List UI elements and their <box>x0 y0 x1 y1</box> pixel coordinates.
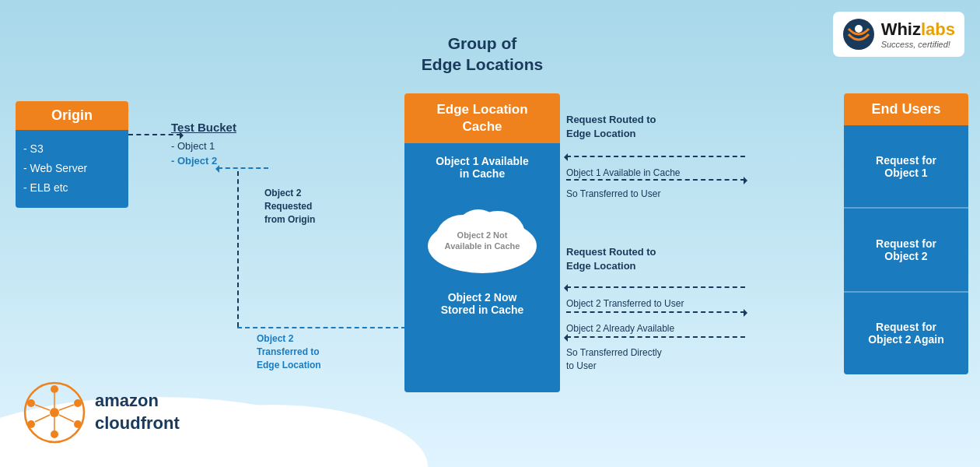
end-user-obj2: Request forObject 2 <box>844 209 968 292</box>
svg-point-18 <box>27 399 35 407</box>
svg-point-5 <box>855 25 863 33</box>
test-bucket-obj1: - Object 1 <box>171 139 296 153</box>
end-user-obj2-again: Request forObject 2 Again <box>844 293 968 374</box>
end-users-box: End Users Request forObject 1 Request fo… <box>844 93 968 374</box>
svg-point-15 <box>74 420 82 428</box>
edge-cache-header: Edge LocationCache <box>404 93 560 143</box>
cloudfront-logo: amazoncloudfront <box>23 381 180 444</box>
obj2-already-label: Object 2 Already Available <box>566 323 674 334</box>
end-users-header: End Users <box>844 93 968 125</box>
origin-item-web: - Web Server <box>23 159 121 178</box>
origin-item-s3: - S3 <box>23 139 121 159</box>
obj1-available-label: Object 1 Available in Cache <box>566 167 745 178</box>
obj2-vertical-line <box>237 171 239 327</box>
request-routed-2-arrow <box>566 286 745 288</box>
cloudfront-text: amazoncloudfront <box>95 390 180 434</box>
request-routed-2-label: Request Routed toEdge Location <box>566 245 695 273</box>
svg-line-25 <box>35 405 50 410</box>
test-bucket-obj2: - Object 2 <box>171 153 296 168</box>
svg-text:Available in Cache: Available in Cache <box>445 241 520 251</box>
edge-cache-body: Object 1 Availablein Cache Object 2 Not … <box>404 143 560 392</box>
test-bucket-area: Test Bucket - Object 1 - Object 2 <box>171 121 296 168</box>
obj2-transfer-arrow <box>566 311 745 313</box>
svg-point-16 <box>51 430 58 438</box>
cloudfront-icon <box>23 381 86 444</box>
arrow-left-3 <box>560 284 568 292</box>
svg-line-24 <box>35 415 50 422</box>
obj2-to-edge-arrow <box>237 327 406 328</box>
logo-company-name: Whizlabs <box>881 19 955 40</box>
svg-line-22 <box>59 415 74 422</box>
request-routed-1-label: Request Routed toEdge Location <box>566 113 695 141</box>
logo-labs: labs <box>921 19 955 39</box>
cache-obj1-label: Object 1 Availablein Cache <box>436 155 529 180</box>
origin-header: Origin <box>16 101 128 130</box>
logo-tagline: Success, certified! <box>881 40 955 49</box>
obj2-transferred-label: Object 2Transferred toEdge Location <box>257 332 358 371</box>
origin-body: - S3 - Web Server - ELB etc <box>16 130 128 208</box>
group-edge-title: Group ofEdge Locations <box>397 33 568 75</box>
arrow-left-head-blue <box>212 165 219 173</box>
svg-point-13 <box>51 385 58 393</box>
logo-text-block: Whizlabs Success, certified! <box>881 19 955 49</box>
cloud-shape: Object 2 Not Available in Cache <box>420 191 544 279</box>
arrow-right-2 <box>744 177 751 184</box>
cache-obj2-stored-label: Object 2 NowStored in Cache <box>441 291 524 316</box>
obj2-requested-label: Object 2Requestedfrom Origin <box>264 187 350 226</box>
obj2-transferred-user-label: Object 2 Transferred to User <box>566 298 684 309</box>
arrow-left-5 <box>560 334 568 342</box>
test-bucket-title: Test Bucket <box>171 121 296 134</box>
end-users-body: Request forObject 1 Request forObject 2 … <box>844 125 968 374</box>
whizlabs-logo: Whizlabs Success, certified! <box>833 12 964 57</box>
request-routed-1-arrow <box>566 156 745 157</box>
edge-cache-box: Edge LocationCache Object 1 Availablein … <box>404 93 560 392</box>
svg-point-17 <box>27 420 35 428</box>
svg-point-14 <box>74 399 82 407</box>
whizlabs-icon <box>842 18 875 51</box>
obj1-available-arrow <box>566 179 745 181</box>
svg-point-19 <box>50 408 59 417</box>
obj2-left-arrow <box>218 167 268 169</box>
arrow-left-1 <box>560 153 568 161</box>
so-transferred-label: So Transferred to User <box>566 188 660 199</box>
origin-item-elb: - ELB etc <box>23 178 121 198</box>
svg-text:Object 2 Not: Object 2 Not <box>457 230 508 240</box>
end-user-obj1: Request forObject 1 <box>844 125 968 209</box>
origin-box: Origin - S3 - Web Server - ELB etc <box>16 101 128 208</box>
so-direct-label: So Transferred Directlyto User <box>566 346 662 373</box>
arrow-right-4 <box>744 309 751 317</box>
obj2-already-arrow <box>566 336 745 338</box>
svg-line-21 <box>59 405 74 410</box>
